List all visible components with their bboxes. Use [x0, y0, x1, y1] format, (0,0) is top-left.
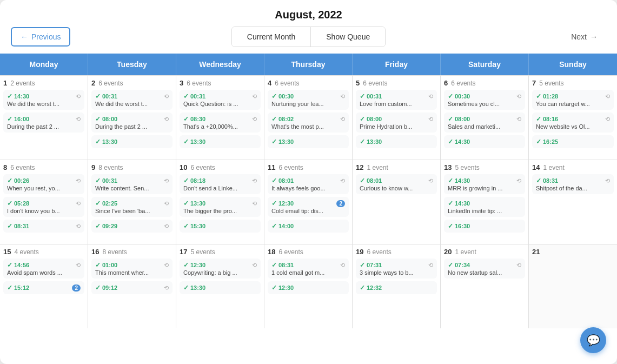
event-time: ✓05:28	[7, 200, 29, 207]
event-card[interactable]: ✓00:31⟲Write content. Sen...	[91, 174, 173, 194]
event-count: 6 events	[278, 164, 303, 171]
event-card[interactable]: ✓12:302Cold email tip: dis...	[268, 197, 349, 217]
event-card[interactable]: ✓14:30⟲We did the worst t...	[3, 90, 84, 110]
event-card[interactable]: ✓08:31⟲1 cold email got m...	[268, 259, 349, 279]
event-card[interactable]: ✓08:31⟲	[3, 220, 84, 233]
event-card[interactable]: ✓07:34⟲No new startup sal...	[444, 259, 525, 279]
calendar-title: August, 2022	[11, 9, 606, 21]
day-cell-4: 46 events✓00:30⟲Nurturing your lea...✓08…	[264, 76, 353, 160]
event-card[interactable]: ✓00:31⟲Love from custom...	[356, 90, 437, 110]
current-month-button[interactable]: Current Month	[232, 27, 311, 47]
retweet-icon[interactable]: ⟲	[428, 93, 433, 100]
event-time: ✓00:26	[7, 177, 29, 184]
retweet-icon[interactable]: ⟲	[164, 223, 169, 230]
event-card[interactable]: ✓12:30	[268, 281, 349, 294]
next-button[interactable]: Next →	[562, 28, 606, 45]
check-icon: ✓	[360, 177, 365, 184]
retweet-icon[interactable]: ⟲	[516, 93, 521, 100]
event-card[interactable]: ✓08:16⟲New website vs Ol...	[532, 112, 614, 133]
retweet-icon[interactable]: ⟲	[252, 200, 257, 207]
event-card[interactable]: ✓14:56⟲Avoid spam words ...	[3, 259, 84, 279]
event-card[interactable]: ✓08:00⟲During the past 2 ...	[91, 112, 173, 133]
retweet-icon[interactable]: ⟲	[340, 177, 345, 184]
event-card[interactable]: ✓16:30	[444, 220, 525, 233]
event-card[interactable]: ✓15:30	[180, 220, 261, 233]
retweet-icon[interactable]: ⟲	[252, 93, 257, 100]
event-card[interactable]: ✓07:31⟲3 simple ways to b...	[356, 259, 437, 279]
show-queue-button[interactable]: Show Queue	[311, 27, 385, 47]
event-card[interactable]: ✓02:25⟲Since I've been 'ba...	[91, 197, 173, 217]
retweet-icon[interactable]: ⟲	[76, 200, 81, 207]
retweet-icon[interactable]: ⟲	[252, 177, 257, 184]
retweet-icon[interactable]: ⟲	[605, 177, 610, 184]
retweet-icon[interactable]: ⟲	[252, 116, 257, 123]
event-card[interactable]: ✓14:30	[444, 135, 525, 148]
retweet-icon[interactable]: ⟲	[76, 223, 81, 230]
retweet-icon[interactable]: ⟲	[340, 116, 345, 123]
retweet-icon[interactable]: ⟲	[76, 177, 81, 184]
previous-button[interactable]: ← Previous	[11, 27, 70, 47]
event-card[interactable]: ✓08:00⟲Prime Hydration b...	[356, 112, 437, 133]
retweet-icon[interactable]: ⟲	[164, 284, 169, 292]
retweet-icon[interactable]: ⟲	[164, 262, 169, 269]
event-card[interactable]: ✓13:30	[268, 135, 349, 148]
event-card[interactable]: ✓13:30⟲The bigger the pro...	[180, 197, 261, 217]
retweet-icon[interactable]: ⟲	[516, 116, 521, 123]
retweet-icon[interactable]: ⟲	[605, 93, 610, 100]
retweet-icon[interactable]: ⟲	[164, 200, 169, 207]
event-card[interactable]: ✓13:30	[356, 135, 437, 148]
event-card[interactable]: ✓13:30	[91, 135, 173, 148]
retweet-icon[interactable]: ⟲	[428, 262, 433, 269]
check-icon: ✓	[448, 92, 453, 100]
event-card[interactable]: ✓12:32	[356, 281, 437, 294]
event-card[interactable]: ✓15:122	[3, 281, 84, 294]
event-card[interactable]: ✓01:28⟲You can retarget w...	[532, 90, 614, 110]
day-cell-16: 168 events✓01:00⟲This moment wher...✓09:…	[88, 244, 176, 328]
event-card[interactable]: ✓08:01⟲It always feels goo...	[268, 174, 349, 194]
event-card[interactable]: ✓13:30	[180, 281, 261, 294]
event-card[interactable]: ✓14:30LinkedIn invite tip: ...	[444, 197, 525, 217]
event-card[interactable]: ✓16:00⟲During the past 2 ...	[3, 112, 84, 133]
event-card[interactable]: ✓05:28⟲I don't know you b...	[3, 197, 84, 217]
retweet-icon[interactable]: ⟲	[340, 93, 345, 100]
day-cell-15: 154 events✓14:56⟲Avoid spam words ...✓15…	[0, 244, 88, 328]
chat-fab-button[interactable]: 💬	[580, 327, 606, 353]
event-badge: 2	[72, 284, 81, 292]
retweet-icon[interactable]: ⟲	[76, 93, 81, 100]
event-card[interactable]: ✓09:29⟲	[91, 220, 173, 233]
retweet-icon[interactable]: ⟲	[340, 262, 345, 269]
event-card[interactable]: ✓01:00⟲This moment wher...	[91, 259, 173, 279]
retweet-icon[interactable]: ⟲	[428, 177, 433, 184]
event-card[interactable]: ✓08:30⟲That's a +20,000%...	[180, 112, 261, 133]
event-count: 5 events	[455, 164, 479, 171]
event-card[interactable]: ✓00:30⟲Sometimes you cl...	[444, 90, 525, 110]
event-card[interactable]: ✓08:18⟲Don't send a Linke...	[180, 174, 261, 194]
event-card[interactable]: ✓16:25	[532, 135, 614, 148]
check-icon: ✓	[271, 222, 277, 230]
retweet-icon[interactable]: ⟲	[164, 116, 169, 123]
event-card[interactable]: ✓14:30⟲MRR is growing in ...	[444, 174, 525, 194]
event-card[interactable]: ✓12:30⟲Copywriting: a big ...	[180, 259, 261, 279]
retweet-icon[interactable]: ⟲	[164, 177, 169, 184]
retweet-icon[interactable]: ⟲	[76, 262, 81, 269]
event-card[interactable]: ✓08:00⟲Sales and marketi...	[444, 112, 525, 133]
event-card[interactable]: ✓08:31⟲Shitpost of the da...	[532, 174, 614, 194]
retweet-icon[interactable]: ⟲	[428, 116, 433, 123]
event-title: MRR is growing in ...	[448, 185, 521, 191]
event-card[interactable]: ✓00:30⟲Nurturing your lea...	[268, 90, 349, 110]
event-card[interactable]: ✓08:01⟲Curious to know w...	[356, 174, 437, 194]
retweet-icon[interactable]: ⟲	[605, 116, 610, 123]
retweet-icon[interactable]: ⟲	[516, 262, 521, 269]
event-card[interactable]: ✓00:26⟲When you rest, yo...	[3, 174, 84, 194]
retweet-icon[interactable]: ⟲	[252, 262, 257, 269]
event-card[interactable]: ✓09:12⟲	[91, 281, 173, 294]
retweet-icon[interactable]: ⟲	[516, 177, 521, 184]
retweet-icon[interactable]: ⟲	[76, 116, 81, 123]
event-card[interactable]: ✓08:02⟲What's the most p...	[268, 112, 349, 133]
event-card[interactable]: ✓13:30	[180, 135, 261, 148]
event-card[interactable]: ✓00:31⟲We did the worst t...	[91, 90, 173, 110]
event-card[interactable]: ✓00:31⟲Quick Question: is ...	[180, 90, 261, 110]
check-icon: ✓	[271, 177, 277, 184]
retweet-icon[interactable]: ⟲	[164, 93, 169, 100]
event-card[interactable]: ✓14:00	[268, 220, 349, 233]
